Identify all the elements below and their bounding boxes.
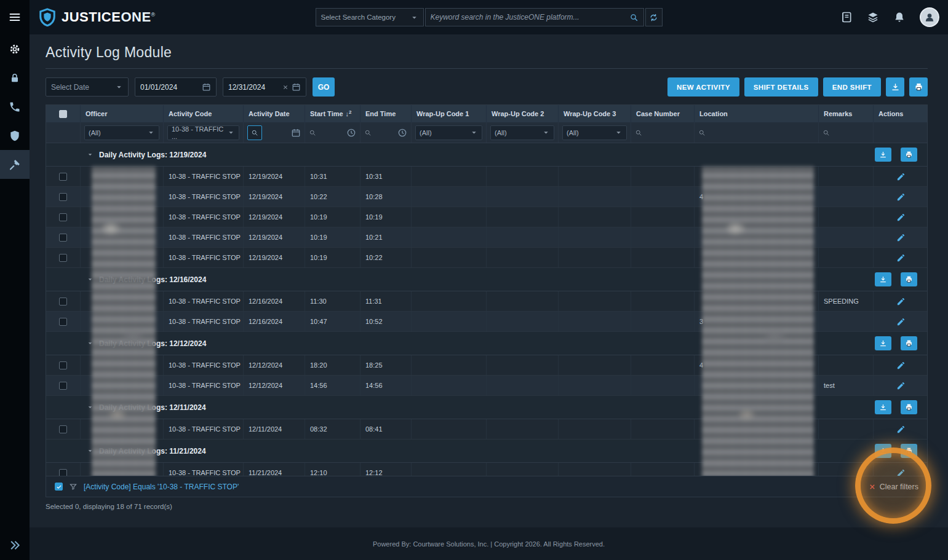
group-print-button[interactable] [901, 444, 917, 458]
group-print-button[interactable] [901, 272, 917, 286]
print-button[interactable] [909, 77, 928, 97]
select-all-checkbox[interactable] [59, 110, 67, 118]
row-checkbox[interactable] [59, 361, 67, 369]
officer-filter-select[interactable]: (All) [84, 125, 159, 140]
collapse-group-icon[interactable] [87, 276, 94, 283]
layers-icon[interactable] [867, 11, 879, 23]
row-checkbox[interactable] [59, 425, 67, 433]
justiceone-logo[interactable]: JUSTICEONE® [38, 8, 156, 26]
search-category-select[interactable]: Select Search Category [316, 8, 424, 26]
edit-row-button[interactable] [896, 172, 906, 181]
edit-row-button[interactable] [896, 213, 906, 222]
collapse-group-icon[interactable] [87, 340, 94, 347]
group-download-button[interactable] [875, 444, 891, 458]
wrapup3-filter-select[interactable]: (All) [562, 125, 627, 140]
collapse-group-icon[interactable] [87, 404, 94, 411]
group-download-button[interactable] [875, 400, 891, 414]
search-icon[interactable] [629, 13, 639, 22]
global-search-input[interactable] [431, 13, 626, 22]
wrapup2-filter-select[interactable]: (All) [490, 125, 554, 140]
row-checkbox[interactable] [59, 193, 67, 201]
clear-date-icon[interactable] [282, 84, 289, 90]
edit-row-button[interactable] [896, 317, 906, 326]
column-header-w2[interactable]: Wrap-Up Code 2 [487, 105, 559, 122]
edit-row-button[interactable] [896, 192, 906, 202]
column-header-code[interactable]: Activity Code [164, 105, 244, 122]
clock-icon[interactable] [346, 128, 356, 138]
column-header-w1[interactable]: Wrap-Up Code 1 [412, 105, 487, 122]
filter-expression[interactable]: [Activity Code] Equals '10-38 - TRAFFIC … [84, 483, 239, 491]
group-download-button[interactable] [875, 336, 891, 350]
activity-code-filter-select[interactable]: 10-38 - TRAFFIC ... [167, 125, 239, 140]
row-checkbox[interactable] [59, 382, 67, 390]
column-header-case[interactable]: Case Number [631, 105, 695, 122]
clock-icon[interactable] [397, 128, 407, 138]
active-filter-search-icon[interactable] [247, 125, 262, 140]
sidebar-item-activity-log[interactable] [0, 150, 30, 179]
calendar-icon[interactable] [202, 82, 211, 92]
group-label: Daily Activity Logs: 12/11/2024 [99, 403, 206, 412]
search-icon[interactable] [823, 129, 830, 136]
search-icon[interactable] [309, 129, 316, 136]
edit-row-button[interactable] [896, 233, 906, 242]
row-checkbox[interactable] [59, 173, 67, 181]
edit-row-button[interactable] [896, 297, 906, 306]
sidebar-item-security[interactable] [0, 63, 30, 92]
bell-icon[interactable] [893, 11, 906, 23]
group-print-button[interactable] [901, 148, 917, 162]
sidebar-item-enforcement[interactable] [0, 121, 30, 150]
date-to-input[interactable] [228, 83, 276, 92]
shift-details-button[interactable]: SHIFT DETAILS [744, 77, 818, 97]
column-header-officer[interactable]: Officer [81, 105, 164, 122]
group-print-button[interactable] [901, 336, 917, 350]
date-range-select[interactable]: Select Date [46, 77, 129, 97]
column-header-actions[interactable]: Actions [874, 105, 928, 122]
row-checkbox[interactable] [59, 234, 67, 242]
group-download-button[interactable] [875, 272, 891, 286]
edit-row-button[interactable] [896, 425, 906, 434]
edit-row-button[interactable] [896, 253, 906, 262]
edit-row-button[interactable] [896, 468, 906, 477]
column-header-end[interactable]: End Time [360, 105, 412, 122]
column-header-remarks[interactable]: Remarks [819, 105, 874, 122]
row-checkbox[interactable] [59, 318, 67, 326]
end-shift-button[interactable]: END SHIFT [823, 77, 881, 97]
edit-row-button[interactable] [896, 381, 906, 390]
row-checkbox[interactable] [59, 298, 67, 306]
hamburger-menu-icon[interactable] [0, 0, 30, 34]
sidebar-expand-button[interactable] [0, 530, 30, 560]
search-icon[interactable] [635, 129, 642, 136]
search-icon[interactable] [364, 129, 372, 136]
sidebar-item-settings[interactable] [0, 34, 30, 63]
sidebar-item-dispatch[interactable] [0, 92, 30, 121]
cell-w3 [559, 463, 631, 476]
edit-row-button[interactable] [896, 361, 906, 370]
notebook-icon[interactable] [840, 11, 853, 23]
group-print-button[interactable] [901, 400, 917, 414]
user-avatar[interactable] [920, 7, 939, 27]
row-checkbox[interactable] [59, 213, 67, 221]
row-checkbox[interactable] [59, 469, 67, 477]
calendar-icon[interactable] [291, 128, 301, 138]
collapse-group-icon[interactable] [87, 448, 94, 454]
column-header-location[interactable]: Location [695, 105, 819, 122]
group-download-button[interactable] [875, 148, 891, 162]
calendar-icon[interactable] [292, 82, 301, 92]
cell-location [695, 463, 819, 476]
date-from-input[interactable] [140, 83, 188, 92]
search-icon[interactable] [698, 129, 706, 136]
column-header-date[interactable]: Activity Date [244, 105, 305, 122]
filter-enabled-checkbox[interactable] [55, 483, 63, 491]
collapse-group-icon[interactable] [87, 151, 94, 158]
new-activity-button[interactable]: NEW ACTIVITY [667, 77, 739, 97]
export-download-button[interactable] [886, 77, 904, 97]
row-checkbox[interactable] [59, 254, 67, 262]
column-label: Activity Code [169, 110, 212, 117]
column-header-start[interactable]: Start Time ↓2 [305, 105, 360, 122]
clear-filters-button[interactable]: Clear filters [869, 483, 918, 491]
go-button[interactable]: GO [313, 77, 335, 97]
wrapup1-filter-select[interactable]: (All) [415, 125, 482, 140]
refresh-search-button[interactable] [645, 8, 663, 26]
column-header-w3[interactable]: Wrap-Up Code 3 [559, 105, 631, 122]
group-row: Daily Activity Logs: 12/19/2024 [46, 143, 927, 167]
